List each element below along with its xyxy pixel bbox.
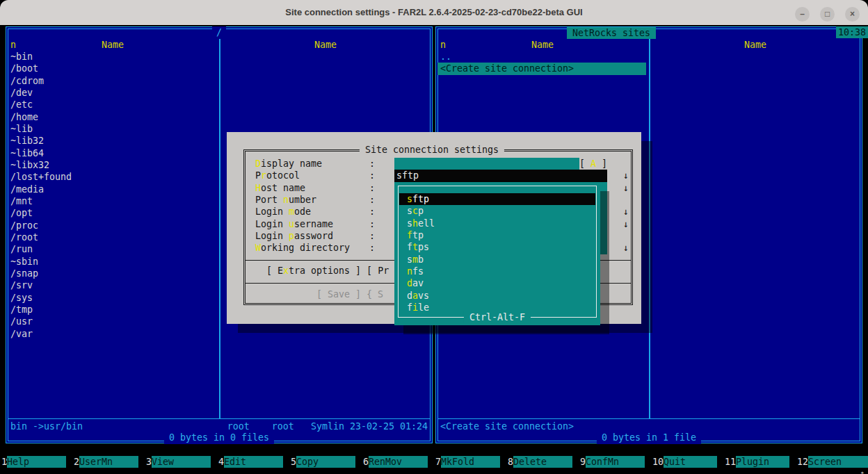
display-name-input[interactable] bbox=[394, 158, 579, 170]
fkey-label-renmov[interactable]: RenMov bbox=[369, 456, 428, 468]
colon: : bbox=[369, 194, 375, 206]
fkey-number: 3 bbox=[145, 456, 152, 468]
extra-options-button[interactable]: [ Extra options ] [ Pr bbox=[266, 265, 389, 277]
fkey-4[interactable]: 4Edit bbox=[217, 456, 289, 468]
file-item[interactable]: /var bbox=[10, 328, 428, 340]
right-status-file: <Create site connection> bbox=[440, 420, 574, 432]
fkey-label-help[interactable]: Help bbox=[7, 456, 66, 468]
command-line[interactable]: $ ↑ bbox=[0, 443, 868, 455]
dropdown-item-davs[interactable]: davs bbox=[399, 290, 595, 302]
window-title: Site connection settings - FAR2L 2.6.4-2… bbox=[0, 0, 868, 25]
file-item[interactable]: /home bbox=[10, 111, 428, 123]
dropdown-item-sftp[interactable]: sftp bbox=[399, 193, 595, 205]
fkey-label-usermn[interactable]: UserMn bbox=[79, 456, 138, 468]
fkey-2[interactable]: 2UserMn bbox=[72, 456, 145, 468]
right-panel-footer: 0 bytes in 1 file bbox=[597, 432, 701, 444]
left-status-details: root root Symlin 23-02-25 01:24 bbox=[227, 420, 428, 432]
left-panel-path[interactable]: / bbox=[212, 26, 226, 38]
close-icon[interactable]: × bbox=[845, 7, 860, 22]
dialog-title: Site connection settings bbox=[360, 144, 504, 156]
fkey-1[interactable]: 1Help bbox=[0, 456, 72, 468]
fkey-number: 5 bbox=[289, 456, 296, 468]
dialog-row-display-name: Display name: bbox=[255, 158, 322, 170]
save-button[interactable]: [ Save ] { S bbox=[316, 288, 383, 300]
fkey-label-edit[interactable]: Edit bbox=[224, 456, 283, 468]
left-column-header-2[interactable]: Name bbox=[219, 39, 432, 51]
history-arrow-icon[interactable]: ↓ bbox=[623, 170, 634, 181]
dialog-row-port-number: Port number: bbox=[255, 194, 316, 206]
fkey-11[interactable]: 11Plugin bbox=[723, 456, 796, 468]
dialog-row-working-directory: Working directory: bbox=[255, 242, 350, 254]
fkey-number: 6 bbox=[362, 456, 369, 468]
fkey-label-copy[interactable]: Copy bbox=[296, 456, 355, 468]
fkey-number: 11 bbox=[723, 456, 736, 468]
fkey-7[interactable]: 7MkFold bbox=[434, 456, 506, 468]
history-arrow-icon[interactable]: ↓ bbox=[623, 182, 634, 194]
field-label-login-username: Login username bbox=[255, 219, 333, 229]
right-status-separator bbox=[437, 418, 860, 419]
selected-item[interactable]: <Create site connection> bbox=[437, 63, 646, 74]
dropdown-item-ftp[interactable]: ftp bbox=[399, 229, 595, 241]
fkey-8[interactable]: 8Delete bbox=[506, 456, 579, 468]
file-item[interactable]: .. bbox=[440, 51, 858, 63]
dropdown-item-smb[interactable]: smb bbox=[399, 254, 595, 265]
colon: : bbox=[369, 158, 375, 170]
file-item[interactable]: /cdrom bbox=[10, 75, 428, 87]
dropdown-item-shell[interactable]: shell bbox=[399, 218, 595, 229]
clock: 10:38 bbox=[836, 26, 868, 38]
right-status-row: <Create site connection> bbox=[440, 420, 858, 432]
fkey-label-confmn[interactable]: ConfMn bbox=[586, 456, 645, 468]
fkey-label-screen[interactable]: Screen bbox=[808, 456, 868, 468]
field-label-protocol: Protocol bbox=[255, 170, 300, 181]
right-panel-title[interactable]: NetRocks sites bbox=[567, 27, 656, 39]
fkey-label-mkfold[interactable]: MkFold bbox=[441, 456, 500, 468]
history-arrow-icon[interactable]: ↓ bbox=[623, 206, 634, 218]
fkey-10[interactable]: 10Quit bbox=[651, 456, 723, 468]
minimize-icon[interactable]: – bbox=[795, 7, 810, 22]
fkey-label-plugin[interactable]: Plugin bbox=[736, 456, 789, 468]
protocol-input[interactable]: sftp bbox=[394, 170, 607, 181]
field-label-display-name: Display name bbox=[255, 158, 322, 169]
dropdown-item-dav[interactable]: dav bbox=[399, 277, 595, 289]
fkey-number: 8 bbox=[506, 456, 513, 468]
dialog-row-login-password: Login password: bbox=[255, 230, 333, 242]
left-panel-footer: 0 bytes in 0 files bbox=[164, 432, 274, 444]
display-name-history-button[interactable]: [ A ] bbox=[579, 158, 607, 170]
file-item[interactable]: /boot bbox=[10, 63, 428, 74]
fkey-number: 1 bbox=[0, 456, 7, 468]
dropdown-item-scp[interactable]: scp bbox=[399, 205, 595, 217]
left-status-separator bbox=[8, 418, 431, 419]
window-titlebar[interactable]: Site connection settings - FAR2L 2.6.4-2… bbox=[0, 0, 868, 25]
file-item[interactable]: ~bin bbox=[10, 51, 428, 63]
fkey-5[interactable]: 5Copy bbox=[289, 456, 362, 468]
maximize-icon[interactable]: □ bbox=[820, 7, 835, 22]
dropdown-shortcut-hint: Ctrl-Alt-F bbox=[464, 311, 531, 323]
history-arrow-icon[interactable]: ↓ bbox=[623, 242, 634, 254]
right-column-divider bbox=[649, 39, 650, 419]
colon: : bbox=[369, 206, 375, 218]
field-label-login-password: Login password bbox=[255, 231, 333, 241]
fkey-12[interactable]: 12Screen bbox=[796, 456, 868, 468]
fkey-9[interactable]: 9ConfMn bbox=[579, 456, 651, 468]
colon: : bbox=[369, 170, 375, 181]
fkey-number: 9 bbox=[579, 456, 586, 468]
fkey-label-delete[interactable]: Delete bbox=[513, 456, 572, 468]
colon: : bbox=[369, 242, 375, 254]
fkey-6[interactable]: 6RenMov bbox=[362, 456, 434, 468]
file-item[interactable]: /etc bbox=[10, 99, 428, 111]
fkey-label-view[interactable]: View bbox=[152, 456, 211, 468]
fkey-3[interactable]: 3View bbox=[145, 456, 217, 468]
dropdown-item-ftps[interactable]: ftps bbox=[399, 241, 595, 253]
file-item[interactable]: /dev bbox=[10, 87, 428, 99]
right-column-header-1[interactable]: Name bbox=[436, 39, 649, 51]
history-arrow-icon[interactable]: ↓ bbox=[623, 218, 634, 230]
dropdown-item-nfs[interactable]: nfs bbox=[399, 265, 595, 277]
right-column-header-2[interactable]: Name bbox=[649, 39, 862, 51]
dialog-row-login-username: Login username: bbox=[255, 218, 333, 230]
fkey-label-quit[interactable]: Quit bbox=[664, 456, 717, 468]
command-history-arrow-icon[interactable]: ↑ bbox=[860, 468, 865, 474]
left-column-header-1[interactable]: Name bbox=[6, 39, 219, 51]
right-file-list: ..<Create site connection> bbox=[440, 51, 858, 75]
dialog-row-login-mode: Login mode: bbox=[255, 206, 311, 218]
dialog-row-host-name: Host name: bbox=[255, 182, 305, 194]
